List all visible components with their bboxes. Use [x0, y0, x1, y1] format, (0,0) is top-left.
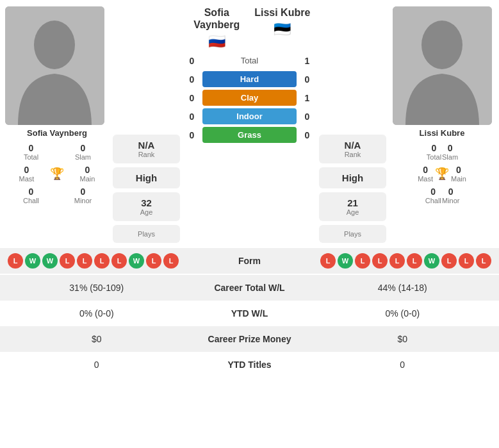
right-bottom-stats: 0 Chall 0 Minor [424, 185, 459, 206]
center-col: SofiaVaynberg 🇷🇺 Lissi Kubre 🇪🇪 0Total10… [184, 6, 315, 145]
right-plays-lbl: Plays [322, 230, 384, 238]
left-stats-grid: 0 Total 0 Slam [5, 142, 109, 162]
left-plays-lbl: Plays [115, 230, 177, 238]
left-mast-cell: 0 Mast [5, 165, 48, 183]
bottom-stat-row-3: 0YTD Titles0 [0, 352, 499, 377]
right-form-dot-0: L [320, 253, 336, 269]
bottom-left-val-0: 31% (50-109) [8, 283, 186, 293]
svg-point-1 [34, 21, 75, 69]
right-main-val: 0 [451, 165, 466, 175]
left-bottom-stats: 0 Chall 0 Minor [5, 185, 109, 206]
bottom-left-val-2: $0 [8, 334, 186, 344]
right-rank-val: N/A [322, 140, 384, 151]
bottom-stat-label-0: Career Total W/L [186, 283, 314, 293]
left-chall-lbl: Chall [23, 197, 39, 204]
right-mast-cell: 0 Mast [418, 165, 433, 183]
surface-left-score-grass: 0 [184, 130, 200, 140]
left-flag: 🇷🇺 [184, 33, 250, 50]
left-main-lbl: Main [66, 175, 109, 183]
right-rank-box: N/A Rank [319, 135, 386, 163]
right-age-box: 21 Age [319, 192, 386, 221]
left-form-dot-7: W [129, 253, 144, 269]
left-player-name: Sofia Vaynberg [5, 128, 109, 138]
bottom-right-val-3: 0 [314, 360, 492, 370]
left-chall-cell: 0 Chall [5, 185, 57, 206]
bottom-stat-label-3: YTD Titles [186, 360, 314, 370]
surface-badge-total: Total [202, 53, 297, 69]
right-total-cell: 0 Total [426, 142, 442, 162]
bottom-stat-row-0: 31% (50-109)Career Total W/L44% (14-18) [0, 275, 499, 301]
left-slam-val: 0 [81, 143, 86, 153]
right-slam-val: 0 [448, 143, 453, 153]
left-slam-cell: 0 Slam [57, 142, 109, 162]
left-avatar [5, 6, 104, 125]
right-form-dot-9: L [476, 253, 491, 269]
players-layout: Sofia Vaynberg 0 Total 0 Slam 0 Mast 🏆 [0, 0, 499, 248]
left-age-val: 32 [115, 197, 177, 208]
left-rank-val: N/A [115, 140, 177, 151]
bottom-right-val-0: 44% (14-18) [314, 283, 492, 293]
left-form-dot-5: L [94, 253, 110, 269]
right-form-dot-6: W [424, 253, 439, 269]
left-plays-box: Plays [113, 225, 180, 243]
surface-badge-clay: Clay [202, 90, 297, 106]
surface-left-score-clay: 0 [184, 93, 200, 103]
bottom-stats-container: 31% (50-109)Career Total W/L44% (14-18)0… [0, 275, 499, 377]
left-form-dot-8: L [146, 253, 161, 269]
right-player-col: Lissi Kubre 0 Total 0 Slam 0 Mast 🏆 0 [390, 6, 494, 206]
right-rank-lbl: Rank [322, 151, 384, 158]
main-container: Sofia Vaynberg 0 Total 0 Slam 0 Mast 🏆 [0, 0, 499, 377]
bottom-right-val-1: 0% (0-0) [314, 308, 492, 319]
right-slam-cell: 0 Slam [442, 142, 458, 162]
left-trophy-icon: 🏆 [48, 167, 66, 181]
surface-row-grass: 0Grass0 [184, 127, 315, 143]
left-player-col: Sofia Vaynberg 0 Total 0 Slam 0 Mast 🏆 [5, 6, 109, 206]
surface-row-indoor: 0Indoor0 [184, 108, 315, 124]
left-minor-cell: 0 Minor [57, 185, 109, 206]
surface-right-score-total: 1 [299, 56, 315, 66]
left-name-flag: SofiaVaynberg 🇷🇺 [184, 6, 250, 50]
right-flag: 🇪🇪 [250, 21, 316, 38]
left-age-box: 32 Age [113, 192, 180, 221]
surface-badge-hard: Hard [202, 71, 297, 87]
right-minor-cell: 0 Minor [442, 185, 460, 206]
right-trophy-row: 0 Mast 🏆 0 Main [418, 165, 466, 183]
surface-left-score-hard: 0 [184, 74, 200, 85]
surface-right-score-clay: 1 [299, 93, 315, 103]
right-plays-box: Plays [319, 225, 386, 243]
bottom-stat-row-2: $0Career Prize Money$0 [0, 326, 499, 352]
left-form-dot-0: L [8, 253, 23, 269]
left-form-dot-4: L [77, 253, 92, 269]
left-mast-lbl: Mast [5, 175, 48, 183]
left-minor-lbl: Minor [74, 197, 92, 204]
names-row: SofiaVaynberg 🇷🇺 Lissi Kubre 🇪🇪 [184, 6, 315, 50]
right-age-val: 21 [322, 197, 384, 208]
right-avatar [393, 6, 492, 125]
left-total-lbl: Total [24, 153, 38, 161]
surface-right-score-indoor: 0 [299, 112, 315, 122]
surface-left-score-indoor: 0 [184, 112, 200, 122]
surface-row-hard: 0Hard0 [184, 71, 315, 87]
right-center-name: Lissi Kubre [250, 6, 316, 19]
left-main-val: 0 [66, 165, 109, 175]
bottom-left-val-3: 0 [8, 360, 186, 370]
right-mast-lbl: Mast [418, 175, 433, 183]
svg-point-3 [421, 21, 462, 69]
left-level-val: High [115, 172, 177, 183]
surface-right-score-hard: 0 [299, 74, 315, 85]
left-rank-lbl: Rank [115, 151, 177, 158]
right-level-val: High [322, 172, 384, 183]
left-mast-val: 0 [5, 165, 48, 175]
right-minor-lbl: Minor [442, 197, 460, 204]
right-form-dots: LWLLLLWLLL [282, 253, 492, 269]
right-slam-lbl: Slam [442, 153, 458, 161]
left-minor-val: 0 [81, 187, 86, 197]
right-stats-grid: 0 Total 0 Slam [426, 142, 458, 162]
right-form-dot-5: L [407, 253, 422, 269]
surface-row-clay: 0Clay1 [184, 90, 315, 106]
bottom-right-val-2: $0 [314, 334, 492, 344]
surface-rows: 0Total10Hard00Clay10Indoor00Grass0 [184, 53, 315, 143]
left-center-name: SofiaVaynberg [184, 6, 250, 31]
left-chall-val: 0 [29, 187, 34, 197]
right-trophy-icon: 🏆 [433, 167, 451, 181]
